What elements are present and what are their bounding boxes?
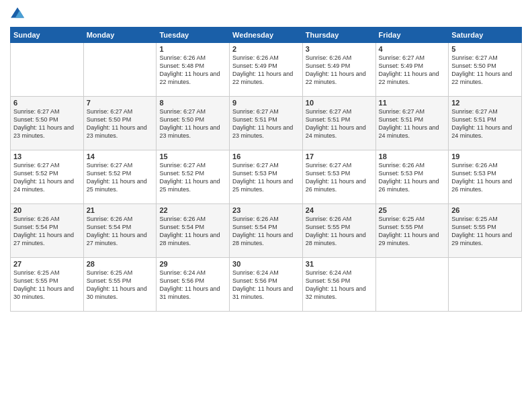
- day-info: Sunrise: 6:26 AMSunset: 5:55 PMDaylight:…: [306, 215, 373, 248]
- calendar-cell: 21Sunrise: 6:26 AMSunset: 5:54 PMDayligh…: [83, 204, 157, 258]
- day-number: 16: [232, 152, 300, 161]
- calendar-cell: 22Sunrise: 6:26 AMSunset: 5:54 PMDayligh…: [157, 204, 230, 258]
- day-number: 23: [232, 206, 300, 214]
- day-number: 21: [87, 206, 154, 214]
- calendar-cell: 17Sunrise: 6:27 AMSunset: 5:53 PMDayligh…: [302, 150, 375, 204]
- calendar-cell: 15Sunrise: 6:27 AMSunset: 5:52 PMDayligh…: [157, 150, 230, 204]
- calendar-cell: 8Sunrise: 6:27 AMSunset: 5:50 PMDaylight…: [157, 97, 230, 150]
- calendar-cell: 28Sunrise: 6:25 AMSunset: 5:55 PMDayligh…: [83, 258, 157, 312]
- calendar-header-row: SundayMondayTuesdayWednesdayThursdayFrid…: [11, 28, 522, 43]
- day-info: Sunrise: 6:27 AMSunset: 5:50 PMDaylight:…: [13, 107, 81, 140]
- day-info: Sunrise: 6:26 AMSunset: 5:54 PMDaylight:…: [232, 215, 300, 248]
- calendar-cell: [449, 258, 522, 312]
- logo: [10, 7, 26, 21]
- calendar-cell: 30Sunrise: 6:24 AMSunset: 5:56 PMDayligh…: [230, 258, 303, 312]
- day-number: 26: [451, 206, 519, 214]
- day-number: 3: [306, 45, 373, 53]
- calendar-cell: 3Sunrise: 6:26 AMSunset: 5:49 PMDaylight…: [302, 43, 375, 97]
- day-info: Sunrise: 6:27 AMSunset: 5:51 PMDaylight:…: [306, 107, 373, 140]
- col-header-sunday: Sunday: [11, 28, 84, 43]
- calendar-cell: 20Sunrise: 6:26 AMSunset: 5:54 PMDayligh…: [11, 204, 84, 258]
- day-number: 4: [379, 45, 446, 53]
- calendar-cell: 27Sunrise: 6:25 AMSunset: 5:55 PMDayligh…: [11, 258, 84, 312]
- calendar-cell: 4Sunrise: 6:27 AMSunset: 5:49 PMDaylight…: [375, 43, 449, 97]
- day-info: Sunrise: 6:26 AMSunset: 5:49 PMDaylight:…: [232, 54, 300, 87]
- day-info: Sunrise: 6:24 AMSunset: 5:56 PMDaylight:…: [232, 269, 300, 302]
- calendar-cell: 31Sunrise: 6:24 AMSunset: 5:56 PMDayligh…: [302, 258, 375, 312]
- day-info: Sunrise: 6:25 AMSunset: 5:55 PMDaylight:…: [379, 215, 446, 248]
- calendar-cell: 2Sunrise: 6:26 AMSunset: 5:49 PMDaylight…: [230, 43, 303, 97]
- day-info: Sunrise: 6:27 AMSunset: 5:52 PMDaylight:…: [13, 161, 81, 194]
- logo-icon: [10, 7, 25, 21]
- calendar-cell: [83, 43, 157, 97]
- day-info: Sunrise: 6:27 AMSunset: 5:51 PMDaylight:…: [379, 107, 446, 140]
- calendar-week-row: 27Sunrise: 6:25 AMSunset: 5:55 PMDayligh…: [11, 258, 522, 312]
- calendar-cell: 12Sunrise: 6:27 AMSunset: 5:51 PMDayligh…: [449, 97, 522, 150]
- day-info: Sunrise: 6:27 AMSunset: 5:49 PMDaylight:…: [379, 54, 446, 87]
- calendar-week-row: 6Sunrise: 6:27 AMSunset: 5:50 PMDaylight…: [11, 97, 522, 150]
- day-number: 29: [159, 260, 226, 268]
- calendar-week-row: 20Sunrise: 6:26 AMSunset: 5:54 PMDayligh…: [11, 204, 522, 258]
- day-info: Sunrise: 6:27 AMSunset: 5:53 PMDaylight:…: [232, 161, 300, 194]
- calendar-week-row: 1Sunrise: 6:26 AMSunset: 5:48 PMDaylight…: [11, 43, 522, 97]
- calendar-week-row: 13Sunrise: 6:27 AMSunset: 5:52 PMDayligh…: [11, 150, 522, 204]
- day-number: 30: [232, 260, 300, 268]
- day-info: Sunrise: 6:26 AMSunset: 5:54 PMDaylight:…: [159, 215, 226, 248]
- col-header-monday: Monday: [83, 28, 157, 43]
- day-number: 18: [379, 152, 446, 161]
- calendar-cell: 26Sunrise: 6:25 AMSunset: 5:55 PMDayligh…: [449, 204, 522, 258]
- day-number: 15: [159, 152, 226, 161]
- calendar: SundayMondayTuesdayWednesdayThursdayFrid…: [10, 27, 522, 312]
- day-info: Sunrise: 6:27 AMSunset: 5:53 PMDaylight:…: [306, 161, 373, 194]
- calendar-cell: 10Sunrise: 6:27 AMSunset: 5:51 PMDayligh…: [302, 97, 375, 150]
- day-number: 11: [379, 99, 446, 107]
- calendar-cell: 5Sunrise: 6:27 AMSunset: 5:50 PMDaylight…: [449, 43, 522, 97]
- calendar-cell: 7Sunrise: 6:27 AMSunset: 5:50 PMDaylight…: [83, 97, 157, 150]
- day-info: Sunrise: 6:25 AMSunset: 5:55 PMDaylight:…: [87, 269, 154, 302]
- day-number: 28: [87, 260, 154, 268]
- day-info: Sunrise: 6:27 AMSunset: 5:50 PMDaylight:…: [451, 54, 519, 87]
- day-number: 1: [159, 45, 226, 53]
- day-info: Sunrise: 6:27 AMSunset: 5:52 PMDaylight:…: [159, 161, 226, 194]
- day-info: Sunrise: 6:27 AMSunset: 5:50 PMDaylight:…: [159, 107, 226, 140]
- calendar-cell: 16Sunrise: 6:27 AMSunset: 5:53 PMDayligh…: [230, 150, 303, 204]
- col-header-wednesday: Wednesday: [230, 28, 303, 43]
- col-header-saturday: Saturday: [449, 28, 522, 43]
- day-info: Sunrise: 6:26 AMSunset: 5:53 PMDaylight:…: [451, 161, 519, 194]
- day-number: 6: [13, 99, 81, 107]
- day-number: 10: [306, 99, 373, 107]
- day-number: 2: [232, 45, 300, 53]
- day-info: Sunrise: 6:25 AMSunset: 5:55 PMDaylight:…: [451, 215, 519, 248]
- col-header-friday: Friday: [375, 28, 449, 43]
- calendar-cell: 18Sunrise: 6:26 AMSunset: 5:53 PMDayligh…: [375, 150, 449, 204]
- day-number: 12: [451, 99, 519, 107]
- day-number: 14: [87, 152, 154, 161]
- day-info: Sunrise: 6:27 AMSunset: 5:51 PMDaylight:…: [451, 107, 519, 140]
- day-info: Sunrise: 6:26 AMSunset: 5:54 PMDaylight:…: [87, 215, 154, 248]
- day-number: 8: [159, 99, 226, 107]
- calendar-cell: 24Sunrise: 6:26 AMSunset: 5:55 PMDayligh…: [302, 204, 375, 258]
- day-info: Sunrise: 6:27 AMSunset: 5:51 PMDaylight:…: [232, 107, 300, 140]
- calendar-cell: [11, 43, 84, 97]
- day-info: Sunrise: 6:24 AMSunset: 5:56 PMDaylight:…: [159, 269, 226, 302]
- day-number: 24: [306, 206, 373, 214]
- calendar-cell: 6Sunrise: 6:27 AMSunset: 5:50 PMDaylight…: [11, 97, 84, 150]
- day-number: 19: [451, 152, 519, 161]
- calendar-cell: 19Sunrise: 6:26 AMSunset: 5:53 PMDayligh…: [449, 150, 522, 204]
- calendar-cell: 25Sunrise: 6:25 AMSunset: 5:55 PMDayligh…: [375, 204, 449, 258]
- day-number: 31: [306, 260, 373, 268]
- day-number: 27: [13, 260, 81, 268]
- day-info: Sunrise: 6:25 AMSunset: 5:55 PMDaylight:…: [13, 269, 81, 302]
- day-info: Sunrise: 6:26 AMSunset: 5:54 PMDaylight:…: [13, 215, 81, 248]
- calendar-cell: 13Sunrise: 6:27 AMSunset: 5:52 PMDayligh…: [11, 150, 84, 204]
- day-info: Sunrise: 6:26 AMSunset: 5:49 PMDaylight:…: [306, 54, 373, 87]
- calendar-cell: [375, 258, 449, 312]
- calendar-cell: 1Sunrise: 6:26 AMSunset: 5:48 PMDaylight…: [157, 43, 230, 97]
- day-number: 20: [13, 206, 81, 214]
- day-number: 17: [306, 152, 373, 161]
- page-header: [10, 7, 522, 21]
- day-info: Sunrise: 6:24 AMSunset: 5:56 PMDaylight:…: [306, 269, 373, 302]
- day-number: 25: [379, 206, 446, 214]
- calendar-cell: 11Sunrise: 6:27 AMSunset: 5:51 PMDayligh…: [375, 97, 449, 150]
- calendar-cell: 14Sunrise: 6:27 AMSunset: 5:52 PMDayligh…: [83, 150, 157, 204]
